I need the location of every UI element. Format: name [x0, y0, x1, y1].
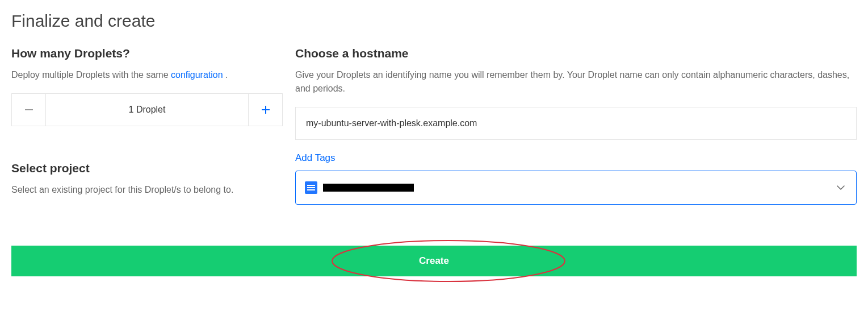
- chevron-down-icon: [837, 185, 845, 190]
- droplets-description: Deploy multiple Droplets with the same c…: [11, 68, 283, 82]
- minus-icon: [25, 109, 33, 110]
- project-description: Select an existing project for this Drop…: [11, 183, 283, 197]
- plus-icon: [262, 106, 270, 114]
- add-tags-link[interactable]: Add Tags: [295, 152, 857, 164]
- create-button-label: Create: [419, 255, 449, 267]
- droplet-count-label: 1 Droplet: [46, 94, 248, 126]
- decrease-droplets-button[interactable]: [12, 94, 46, 126]
- project-heading: Select project: [11, 161, 283, 175]
- page-title: Finalize and create: [11, 11, 857, 31]
- droplets-desc-text: Deploy multiple Droplets with the same: [11, 70, 171, 80]
- droplets-desc-suffix: .: [223, 70, 228, 80]
- hostname-heading: Choose a hostname: [295, 47, 857, 60]
- increase-droplets-button[interactable]: [248, 94, 282, 126]
- project-icon: [305, 181, 317, 194]
- hostname-input[interactable]: [295, 107, 857, 140]
- configuration-link[interactable]: configuration: [171, 70, 223, 80]
- hostname-description: Give your Droplets an identifying name y…: [295, 68, 857, 96]
- droplets-heading: How many Droplets?: [11, 47, 283, 60]
- create-button[interactable]: Create: [11, 246, 857, 276]
- droplet-quantity-stepper: 1 Droplet: [11, 93, 283, 126]
- project-select[interactable]: [295, 171, 857, 205]
- project-selected-label: [323, 184, 414, 192]
